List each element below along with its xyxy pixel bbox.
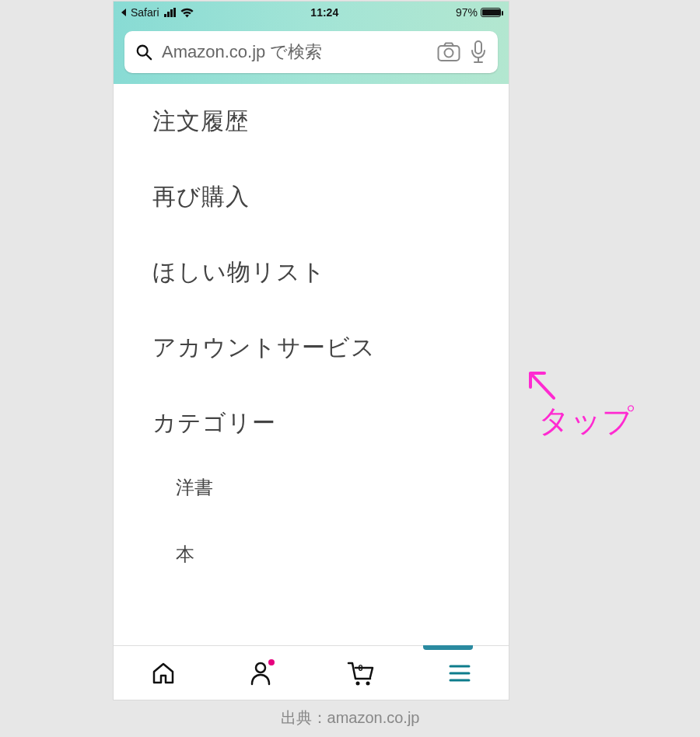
phone-screen: Safari 11:24 97% Amazon.co.jp で検索 注文履歴 再… [114, 2, 509, 700]
mic-icon [470, 40, 487, 64]
status-bar: Safari 11:24 97% [114, 2, 509, 23]
menu-list[interactable]: 注文履歴 再び購入 ほしい物リスト アカウントサービス カテゴリー 洋書 本 [114, 84, 509, 645]
back-app-label[interactable]: Safari [131, 6, 159, 19]
cellular-signal-icon [164, 8, 176, 17]
source-caption: 出典：amazon.co.jp [0, 707, 700, 728]
notification-dot-icon [268, 659, 275, 665]
camera-button[interactable] [437, 42, 460, 62]
nav-active-indicator [423, 645, 473, 650]
sub-item-foreign-books[interactable]: 洋書 [114, 461, 509, 514]
search-box[interactable]: Amazon.co.jp で検索 [124, 31, 498, 73]
svg-point-8 [355, 681, 359, 685]
wifi-icon [180, 8, 194, 18]
menu-item-order-history[interactable]: 注文履歴 [114, 84, 509, 159]
nav-account-button[interactable] [247, 658, 278, 689]
cart-count-badge: 0 [359, 663, 363, 672]
menu-item-wishlist[interactable]: ほしい物リスト [114, 235, 509, 310]
mic-button[interactable] [470, 40, 487, 64]
search-header: Amazon.co.jp で検索 [114, 23, 509, 84]
nav-cart-button[interactable]: 0 [345, 658, 376, 689]
back-triangle-icon[interactable] [121, 9, 126, 16]
search-placeholder: Amazon.co.jp で検索 [162, 40, 428, 64]
battery-icon [481, 8, 501, 17]
menu-item-category[interactable]: カテゴリー [114, 386, 509, 461]
nav-home-button[interactable] [148, 658, 179, 689]
menu-item-buy-again[interactable]: 再び購入 [114, 159, 509, 235]
sub-item-books[interactable]: 本 [114, 528, 509, 581]
nav-menu-button[interactable] [444, 658, 475, 689]
hamburger-icon [449, 665, 471, 682]
menu-item-account-service[interactable]: アカウントサービス [114, 310, 509, 386]
annotation-label: タップ [538, 400, 634, 442]
svg-line-1 [146, 54, 151, 59]
svg-point-7 [256, 663, 265, 672]
camera-icon [437, 42, 460, 62]
search-icon [135, 44, 152, 61]
svg-rect-4 [475, 41, 481, 54]
battery-percent: 97% [456, 6, 478, 19]
arrow-upleft-icon [523, 365, 562, 404]
tap-annotation: タップ [515, 365, 634, 442]
svg-point-9 [366, 681, 369, 685]
home-icon [151, 661, 176, 686]
bottom-nav: 0 [114, 645, 509, 700]
svg-point-3 [445, 49, 453, 58]
clock: 11:24 [310, 6, 338, 19]
